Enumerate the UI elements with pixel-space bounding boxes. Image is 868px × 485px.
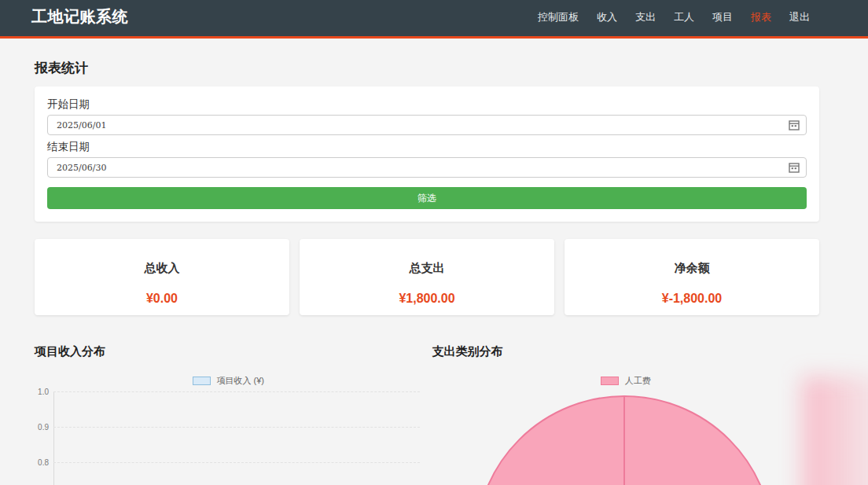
start-date-label: 开始日期	[47, 99, 807, 110]
card-title: 总支出	[300, 261, 554, 276]
y-axis-line	[53, 391, 54, 485]
summary-cards-row: 总收入 ¥0.00 总支出 ¥1,800.00 净余额 ¥-1,800.00	[35, 239, 819, 315]
expense-pie-chart	[432, 388, 820, 485]
expense-chart-section: 支出类别分布 人工费	[432, 344, 820, 485]
page-title: 报表统计	[35, 59, 819, 77]
summary-card-total-income: 总收入 ¥0.00	[35, 239, 289, 315]
legend-label: 项目收入 (¥)	[217, 375, 265, 387]
pie-glow-artifact	[802, 377, 868, 485]
main-nav: 控制面板 收入 支出 工人 项目 报表 退出	[538, 10, 810, 24]
y-tick-label: 0.8	[35, 458, 49, 467]
main-content: 报表统计 开始日期 结束日期 筛选 总收入 ¥0.0	[35, 59, 819, 485]
start-date-field	[47, 115, 807, 135]
card-title: 净余额	[565, 261, 819, 276]
nav-item-workers[interactable]: 工人	[674, 10, 694, 24]
end-date-input[interactable]	[47, 157, 807, 178]
app-title: 工地记账系统	[31, 6, 128, 28]
gridline	[53, 462, 420, 463]
app-header: 工地记账系统 控制面板 收入 支出 工人 项目 报表 退出	[0, 0, 868, 39]
nav-item-logout[interactable]: 退出	[789, 10, 810, 24]
y-tick-label: 0.9	[35, 423, 49, 432]
expense-chart-title: 支出类别分布	[432, 344, 820, 358]
card-title: 总收入	[35, 261, 289, 276]
nav-item-expense[interactable]: 支出	[635, 10, 656, 24]
income-chart-section: 项目收入分布 项目收入 (¥) 1.0 0.9 0.8	[35, 344, 422, 485]
calendar-icon[interactable]	[789, 162, 800, 173]
charts-row: 项目收入分布 项目收入 (¥) 1.0 0.9 0.8	[35, 344, 819, 485]
nav-item-income[interactable]: 收入	[597, 10, 617, 24]
card-amount: ¥0.00	[35, 292, 289, 306]
end-date-label: 结束日期	[47, 141, 807, 152]
gridline	[53, 427, 420, 428]
income-bar-chart: 1.0 0.9 0.8	[35, 388, 422, 485]
nav-item-projects[interactable]: 项目	[712, 10, 733, 24]
nav-item-dashboard[interactable]: 控制面板	[538, 10, 579, 24]
filter-button[interactable]: 筛选	[47, 187, 807, 209]
legend-swatch-labor	[601, 377, 619, 385]
nav-item-reports[interactable]: 报表	[751, 10, 771, 24]
calendar-icon[interactable]	[789, 119, 800, 130]
date-filter-card: 开始日期 结束日期 筛选	[35, 86, 819, 222]
legend-label: 人工费	[625, 375, 651, 387]
card-amount: ¥-1,800.00	[565, 292, 819, 306]
pie-slice-labor	[475, 395, 774, 485]
expense-chart-legend[interactable]: 人工费	[432, 376, 820, 386]
card-amount: ¥1,800.00	[300, 292, 554, 306]
summary-card-net-balance: 净余额 ¥-1,800.00	[565, 239, 819, 315]
income-chart-legend[interactable]: 项目收入 (¥)	[35, 376, 422, 386]
summary-card-total-expense: 总支出 ¥1,800.00	[300, 239, 554, 315]
gridline	[53, 391, 420, 392]
pie-slice-seam	[623, 397, 625, 485]
start-date-input[interactable]	[47, 115, 807, 135]
income-chart-title: 项目收入分布	[35, 344, 422, 358]
legend-swatch-income	[193, 377, 211, 385]
end-date-field	[47, 157, 807, 178]
y-tick-label: 1.0	[35, 388, 49, 396]
